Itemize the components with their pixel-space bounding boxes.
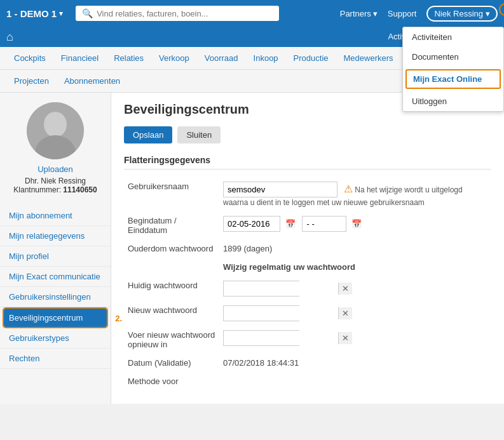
- user-menu-button[interactable]: Niek Ressing ▾ 1.: [426, 6, 498, 22]
- uitloggen-item[interactable]: Uitloggen: [403, 91, 503, 111]
- search-icon: 🔍: [82, 8, 93, 18]
- input-einddatum[interactable]: [302, 216, 346, 232]
- field-huidig: ✕: [219, 276, 491, 301]
- content-area: Uploaden Dhr. Niek Ressing Klantnummer: …: [0, 93, 504, 404]
- nav-cockpits[interactable]: Cockpits: [6, 47, 53, 70]
- search-input[interactable]: [97, 9, 273, 18]
- nieuw-password-wrap: ✕: [223, 305, 299, 321]
- title-text: 1 - DEMO 1: [6, 8, 57, 19]
- field-ouderdom: 1899 (dagen): [219, 239, 491, 258]
- form-table: Gebruikersnaam ⚠ Na het wijzige wordt u …: [124, 177, 491, 390]
- row-wijzig: Wijzig regelmatig uw wachtwoord: [124, 258, 491, 276]
- row-nieuw: Nieuw wachtwoord ✕: [124, 301, 491, 326]
- sidebar-item-mijn-profiel[interactable]: Mijn profiel: [0, 246, 111, 267]
- field-wijzig: Wijzig regelmatig uw wachtwoord: [219, 258, 491, 276]
- label-nieuw: Nieuw wachtwoord: [124, 301, 219, 326]
- sidebar-client-number: Klantnummer: 11140650: [13, 185, 97, 194]
- row-huidig: Huidig wachtwoord ✕: [124, 276, 491, 301]
- label-voer: Voer nieuw wachtwoord opnieuw in: [124, 326, 219, 354]
- warning-icon: ⚠: [344, 183, 353, 194]
- sidebar-item-rechten[interactable]: Rechten: [0, 349, 111, 369]
- field-voer: ✕: [219, 326, 491, 354]
- nav-inkoop[interactable]: Inkoop: [246, 47, 286, 70]
- row-validatie: Datum (Validatie) 07/02/2018 18:44:31: [124, 354, 491, 372]
- calendar-icon-end[interactable]: 📅: [351, 219, 362, 229]
- annotation-1-circle: [499, 3, 504, 16]
- nav-verkoop[interactable]: Verkoop: [151, 47, 197, 70]
- annotation-2: 2.: [115, 313, 122, 323]
- label-methode: Methode voor: [124, 372, 219, 390]
- title-caret: ▾: [59, 10, 63, 18]
- huidig-password-wrap: ✕: [223, 281, 299, 297]
- field-gebruikersnaam: ⚠ Na het wijzige wordt u uitgelogd waarn…: [219, 177, 491, 211]
- top-bar: 1 - DEMO 1 ▾ 🔍 Partners ▾ Support Niek R…: [0, 0, 504, 27]
- row-ouderdom: Ouderdom wachtwoord 1899 (dagen): [124, 239, 491, 258]
- field-datum: 📅 📅: [219, 211, 491, 239]
- svg-point-1: [44, 112, 67, 137]
- clear-nieuw-icon[interactable]: ✕: [338, 307, 352, 319]
- sidebar-item-mijn-abonnement[interactable]: Mijn abonnement: [0, 206, 111, 226]
- sidebar-menu: Mijn abonnement Mijn relatiegegevens Mij…: [0, 206, 111, 369]
- nav-productie[interactable]: Productie: [286, 47, 336, 70]
- wijzig-text: Wijzig regelmatig uw wachtwoord: [223, 262, 355, 272]
- field-methode: [219, 372, 491, 390]
- close-button[interactable]: Sluiten: [177, 126, 221, 143]
- label-ouderdom: Ouderdom wachtwoord: [124, 239, 219, 258]
- sidebar-item-mijn-relatiegegevens[interactable]: Mijn relatiegegevens: [0, 226, 111, 246]
- nav-relaties[interactable]: Relaties: [106, 47, 151, 70]
- field-datum-validatie: 07/02/2018 18:44:31: [219, 354, 491, 372]
- avatar: [27, 102, 84, 159]
- clear-huidig-icon[interactable]: ✕: [338, 283, 352, 295]
- nav-medewerkers[interactable]: Medewerkers: [336, 47, 401, 70]
- sidebar: Uploaden Dhr. Niek Ressing Klantnummer: …: [0, 93, 111, 404]
- sidebar-item-mijn-exact-communicatie[interactable]: Mijn Exact communicatie: [0, 267, 111, 287]
- row-methode: Methode voor: [124, 372, 491, 390]
- row-gebruikersnaam: Gebruikersnaam ⚠ Na het wijzige wordt u …: [124, 177, 491, 211]
- activiteiten-item[interactable]: Activiteiten: [403, 27, 503, 47]
- user-dropdown: Activiteiten Documenten Mijn Exact Onlin…: [402, 27, 504, 112]
- app-title[interactable]: 1 - DEMO 1 ▾: [6, 8, 63, 19]
- save-button[interactable]: Opslaan: [124, 126, 172, 143]
- top-bar-right: Partners ▾ Support Niek Ressing ▾ 1. Act…: [340, 6, 498, 22]
- input-begindatum[interactable]: [223, 216, 280, 232]
- calendar-icon-start[interactable]: 📅: [285, 219, 296, 229]
- field-nieuw: ✕: [219, 301, 491, 326]
- avatar-section: Uploaden Dhr. Niek Ressing Klantnummer: …: [0, 93, 111, 199]
- label-huidig: Huidig wachtwoord: [124, 276, 219, 301]
- sidebar-item-gebruikersinstellingen[interactable]: Gebruikersinstellingen: [0, 287, 111, 307]
- search-bar[interactable]: 🔍: [76, 6, 279, 21]
- label-datum-validatie: Datum (Validatie): [124, 354, 219, 372]
- upload-link[interactable]: Uploaden: [37, 164, 73, 174]
- section-flatteringsgegevens: Flatteringsgegevens: [124, 155, 491, 170]
- label-begindatum: Begindatum / Einddatum: [124, 211, 219, 239]
- nav-voorraad[interactable]: Voorraad: [197, 47, 246, 70]
- label-empty: [124, 258, 219, 276]
- partners-link[interactable]: Partners ▾: [340, 9, 378, 18]
- input-nieuw-password[interactable]: [224, 306, 338, 321]
- mijn-exact-item[interactable]: Mijn Exact Online: [405, 69, 501, 89]
- avatar-image: [27, 102, 84, 159]
- clear-voer-icon[interactable]: ✕: [338, 332, 352, 344]
- documenten-item[interactable]: Documenten: [403, 47, 503, 67]
- voer-password-wrap: ✕: [223, 330, 299, 346]
- main-content: Beveiligingscentrum Opslaan Sluiten Flat…: [111, 93, 504, 404]
- support-link[interactable]: Support: [388, 9, 417, 18]
- sidebar-user-name: Dhr. Niek Ressing: [25, 177, 86, 185]
- row-voer: Voer nieuw wachtwoord opnieuw in ✕: [124, 326, 491, 354]
- input-voer-password[interactable]: [224, 331, 338, 345]
- nav-financieel[interactable]: Financieel: [53, 47, 106, 70]
- home-icon[interactable]: ⌂: [6, 30, 13, 44]
- sidebar-item-beveiligingscentrum[interactable]: Beveiligingscentrum 2.: [4, 309, 107, 327]
- input-gebruikersnaam[interactable]: [223, 182, 337, 197]
- nav-abonnementen[interactable]: Abonnementen: [57, 70, 128, 93]
- user-label: Niek Ressing: [434, 9, 483, 18]
- nav-projecten[interactable]: Projecten: [6, 70, 57, 93]
- sidebar-item-gebruikerstypes[interactable]: Gebruikerstypes: [0, 328, 111, 349]
- input-huidig-password[interactable]: [224, 281, 338, 296]
- label-gebruikersnaam: Gebruikersnaam: [124, 177, 219, 211]
- action-buttons: Opslaan Sluiten: [124, 126, 491, 143]
- row-datum: Begindatum / Einddatum 📅 📅: [124, 211, 491, 239]
